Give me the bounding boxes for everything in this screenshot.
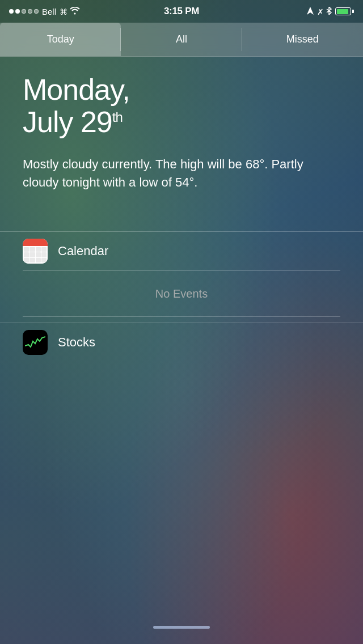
signal-dot-2: [15, 9, 20, 14]
date-heading: Monday, July 29th: [23, 74, 340, 138]
signal-strength: [9, 9, 39, 14]
calendar-divider-bottom: [23, 316, 340, 317]
signal-dot-1: [9, 9, 14, 14]
stocks-title: Stocks: [58, 335, 95, 350]
calendar-widget: Calendar No Events: [0, 231, 363, 317]
carrier-label: Bell: [42, 7, 56, 16]
home-area: [0, 610, 363, 644]
calendar-widget-header: Calendar: [0, 231, 363, 270]
tab-bar: Today All Missed: [0, 23, 363, 57]
status-bar: Bell ⌘ 3:15 PM ✗: [0, 0, 363, 23]
tab-today[interactable]: Today: [0, 23, 121, 56]
signal-dot-4: [28, 9, 32, 14]
weather-description: Mostly cloudy currently. The high will b…: [23, 155, 340, 192]
bluetooth-icon: ✗: [317, 7, 332, 16]
location-icon: [307, 7, 314, 16]
tab-missed[interactable]: Missed: [242, 23, 363, 56]
status-right: ✗: [263, 7, 354, 16]
clock: 3:15 PM: [164, 6, 199, 17]
stocks-widget-header: Stocks: [0, 323, 363, 362]
calendar-body: No Events: [0, 271, 363, 316]
status-left: Bell ⌘: [9, 7, 100, 16]
battery: [335, 7, 354, 15]
tab-all[interactable]: All: [121, 23, 242, 56]
no-events-label: No Events: [155, 287, 208, 300]
main-content: Monday, July 29th Mostly cloudy currentl…: [0, 57, 363, 231]
calendar-icon: [23, 239, 48, 264]
calendar-title: Calendar: [58, 244, 108, 259]
home-bar[interactable]: [153, 626, 210, 629]
wifi-icon: ⌘: [60, 7, 80, 16]
stocks-icon: [23, 330, 48, 355]
svg-marker-0: [307, 7, 314, 15]
signal-dot-5: [34, 9, 39, 14]
signal-dot-3: [22, 9, 26, 14]
stocks-widget: Stocks: [0, 323, 363, 362]
